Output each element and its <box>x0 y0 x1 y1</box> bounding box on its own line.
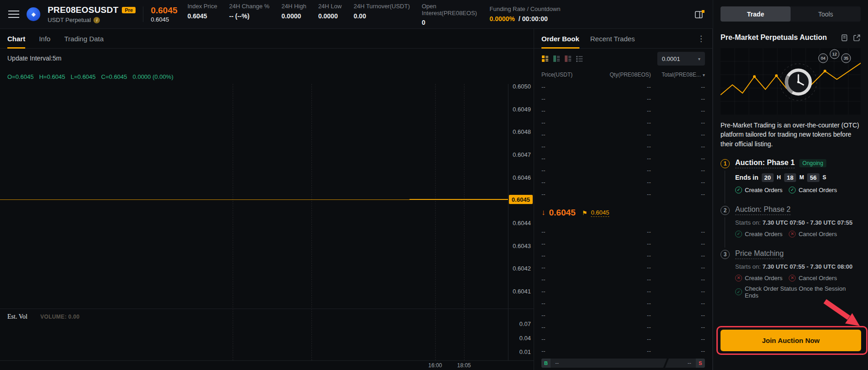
bid-row[interactable]: -- -- -- <box>534 321 712 333</box>
ask-row[interactable]: -- -- -- <box>534 128 712 140</box>
rules-document-icon[interactable] <box>841 34 848 42</box>
tab-trading-data[interactable]: Trading Data <box>64 29 104 48</box>
funding-countdown: / 00:00:00 <box>519 15 548 22</box>
bid-qty: -- <box>594 348 651 354</box>
bid-row[interactable]: -- -- -- <box>534 249 712 261</box>
bid-price: -- <box>541 276 594 283</box>
ask-row[interactable]: -- -- -- <box>534 152 712 164</box>
column-price: Price(USDT) <box>541 72 594 78</box>
bid-price: -- <box>541 288 594 295</box>
bid-qty: -- <box>594 336 651 342</box>
phase-3-title[interactable]: Price Matching <box>735 249 784 259</box>
phase-2: 2 Auction: Phase 2 Starts on:7.30 UTC 07… <box>721 205 861 249</box>
phase-1: 1 Auction: Phase 1 Ongoing Ends in 20 H … <box>721 159 861 205</box>
auction-description: Pre-Market Trading is an over-the-counte… <box>721 121 861 149</box>
price-axis-label: 0.6050 <box>513 83 531 90</box>
bid-row[interactable]: -- -- -- <box>534 309 712 321</box>
stat-label: Index Price <box>187 3 217 10</box>
ask-row[interactable]: -- -- -- <box>534 140 712 152</box>
info-icon[interactable]: i <box>93 17 100 23</box>
price-down-arrow-icon: ↓ <box>541 208 546 217</box>
orderbook-view-list-icon[interactable] <box>576 55 583 62</box>
orderbook-tabs: Order Book Recent Trades ⋮ <box>534 29 712 49</box>
bid-price: -- <box>541 240 594 247</box>
header-stat: Open Interest(PRE08EOS) 0 <box>422 3 482 27</box>
bid-row[interactable]: -- -- -- <box>534 261 712 273</box>
bid-row[interactable]: -- -- -- <box>534 237 712 249</box>
gridline <box>435 84 436 360</box>
bid-total: -- <box>651 288 705 295</box>
symbol-name: PRE08EOSUSDT <box>48 5 118 15</box>
auction-panel: Trade Tools Pre-Market Perpetuals Auctio… <box>713 0 868 370</box>
mark-price: 0.6045 <box>151 16 180 23</box>
ohlc-value: C=0.6045 <box>101 73 127 80</box>
price-axis-label: 0.6049 <box>513 106 531 113</box>
bid-price: -- <box>541 228 594 235</box>
column-total[interactable]: Total(PRE08E...▾ <box>651 72 705 78</box>
ask-price: -- <box>541 191 594 198</box>
header-stat: 24H Turnover(USDT) 0.00 <box>354 3 410 20</box>
menu-icon[interactable] <box>8 10 19 18</box>
bid-row[interactable]: -- -- -- <box>534 285 712 297</box>
bid-row[interactable]: -- -- -- <box>534 273 712 285</box>
tab-trade[interactable]: Trade <box>721 6 791 22</box>
update-interval: Update Interval:5m <box>7 55 61 62</box>
phase-1-title[interactable]: Auction: Phase 1 <box>735 159 795 168</box>
token-logo: ◆ <box>27 7 40 21</box>
tick-size-select[interactable]: 0.0001 ▾ <box>657 52 705 66</box>
phase-2-title[interactable]: Auction: Phase 2 <box>735 205 791 215</box>
bid-price: -- <box>541 264 594 271</box>
countdown-seconds: 56 <box>807 173 819 182</box>
price-axis-label: 0.6047 <box>513 151 531 158</box>
funding-stat: Funding Rate / Countdown 0.0000% / 00:00… <box>490 6 561 22</box>
ask-row[interactable]: -- -- -- <box>534 81 712 93</box>
orderbook-view-asks-icon[interactable] <box>564 55 572 62</box>
ask-row[interactable]: -- -- -- <box>534 164 712 176</box>
tab-recent-trades[interactable]: Recent Trades <box>590 29 635 48</box>
time-axis[interactable] <box>0 360 534 361</box>
stat-value: 0.0000 <box>281 12 306 20</box>
ratio-bar: -- -- <box>551 359 696 368</box>
ask-row[interactable]: -- -- -- <box>534 188 712 200</box>
chart-plot[interactable]: 0.60500.60490.60480.60470.60460.60450.60… <box>0 84 534 370</box>
orderbook-last-price: 0.6045 <box>549 208 576 218</box>
phase-3-schedule: Starts on:7.30 UTC 07:55 - 7.30 UTC 08:0… <box>735 263 861 270</box>
orderbook-mark-price[interactable]: 0.6045 <box>591 209 609 217</box>
tab-chart[interactable]: Chart <box>7 29 25 48</box>
bid-total: -- <box>651 252 705 259</box>
orderbook-view-both-icon[interactable] <box>541 55 549 62</box>
tab-order-book[interactable]: Order Book <box>541 29 579 48</box>
permission-create-orders: ✕Create Orders <box>735 275 782 282</box>
bid-row[interactable]: -- -- -- <box>534 345 712 357</box>
more-options-icon[interactable]: ⋮ <box>697 35 705 43</box>
bid-price: -- <box>541 324 594 331</box>
ask-qty: -- <box>594 167 651 174</box>
buy-ratio-value: -- <box>555 360 559 366</box>
ask-rows: -- -- -- -- -- -- -- -- -- -- <box>534 81 712 200</box>
cross-circle-icon: ✕ <box>789 275 796 282</box>
stat-label: 24H High <box>281 3 306 10</box>
countdown-hours: 20 <box>762 173 774 182</box>
price-axis-label: 0.6042 <box>513 265 531 272</box>
ask-qty: -- <box>594 191 651 198</box>
bid-total: -- <box>651 312 705 319</box>
last-price-tag: 0.6045 <box>509 195 533 204</box>
bid-row[interactable]: -- -- -- <box>534 297 712 309</box>
ask-row[interactable]: -- -- -- <box>534 116 712 128</box>
header: ◆ PRE08EOSUSDT Pre USDT Perpetual i 0.60… <box>0 0 713 29</box>
ask-row[interactable]: -- -- -- <box>534 176 712 188</box>
orderbook-view-bids-icon[interactable] <box>553 55 560 62</box>
external-link-icon[interactable] <box>853 34 861 42</box>
tab-info[interactable]: Info <box>39 29 50 48</box>
bid-total: -- <box>651 348 705 354</box>
layout-icon[interactable] <box>695 10 704 19</box>
pane-divider[interactable] <box>0 309 534 309</box>
bid-row[interactable]: -- -- -- <box>534 226 712 237</box>
bid-row[interactable]: -- -- -- <box>534 333 712 345</box>
ask-row[interactable]: -- -- -- <box>534 93 712 105</box>
join-auction-button[interactable]: Join Auction Now <box>721 330 861 351</box>
tab-tools[interactable]: Tools <box>791 6 861 22</box>
ask-row[interactable]: -- -- -- <box>534 105 712 116</box>
cross-circle-icon: ✕ <box>735 275 742 282</box>
permission-create-orders: ✓Create Orders <box>735 231 782 237</box>
